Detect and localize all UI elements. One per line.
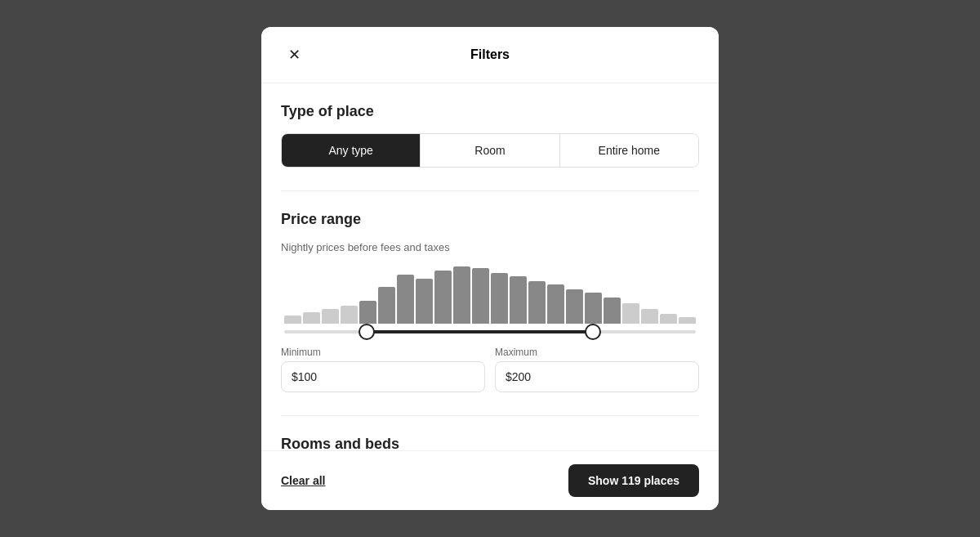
price-histogram	[281, 266, 699, 324]
close-button[interactable]: ✕	[281, 42, 307, 68]
histogram-bar	[378, 287, 395, 324]
type-of-place-title: Type of place	[281, 103, 699, 120]
histogram-bar	[528, 281, 546, 324]
modal-body: Type of place Any type Room Entire home …	[261, 83, 719, 510]
tab-entire-home[interactable]: Entire home	[560, 134, 698, 167]
histogram-bar	[660, 314, 677, 324]
divider-2	[281, 415, 699, 416]
min-price-group: Minimum	[281, 347, 485, 392]
tab-room[interactable]: Room	[421, 134, 559, 167]
histogram-bar	[472, 268, 489, 324]
histogram-bar	[397, 275, 414, 324]
price-range-title: Price range	[281, 211, 699, 228]
price-slider-fill	[367, 330, 593, 333]
histogram-bar	[284, 315, 301, 324]
price-handle-min[interactable]	[359, 324, 375, 340]
min-price-input[interactable]	[281, 361, 485, 392]
price-range-subtitle: Nightly prices before fees and taxes	[281, 241, 699, 253]
histogram-bar	[322, 309, 339, 324]
modal-overlay[interactable]: ✕ Filters Type of place Any type Room En…	[0, 0, 980, 537]
price-range-section: Price range Nightly prices before fees a…	[281, 211, 699, 392]
modal-title: Filters	[307, 47, 673, 62]
clear-all-button[interactable]: Clear all	[281, 468, 325, 494]
histogram-bar	[566, 289, 583, 324]
histogram-bar	[303, 312, 320, 324]
max-price-label: Maximum	[495, 347, 699, 358]
histogram-bar	[453, 266, 470, 324]
histogram-bar	[641, 309, 658, 324]
histogram-bar	[510, 276, 527, 324]
histogram-bar	[491, 273, 508, 324]
price-inputs: Minimum Maximum	[281, 347, 699, 392]
histogram-bar	[359, 301, 376, 324]
type-tabs: Any type Room Entire home	[281, 133, 699, 168]
histogram-bar	[547, 284, 564, 324]
histogram-bar	[434, 271, 452, 324]
price-handle-max[interactable]	[585, 324, 601, 340]
histogram-bar	[604, 298, 621, 324]
histogram-bar	[416, 279, 433, 324]
modal-header: ✕ Filters	[261, 27, 719, 83]
histogram-bar	[341, 306, 358, 324]
price-slider-track[interactable]	[284, 330, 696, 333]
divider-1	[281, 190, 699, 191]
modal-footer: Clear all Show 119 places	[261, 450, 719, 510]
filters-modal: ✕ Filters Type of place Any type Room En…	[261, 27, 719, 510]
max-price-group: Maximum	[495, 347, 699, 392]
min-price-label: Minimum	[281, 347, 485, 358]
max-price-input[interactable]	[495, 361, 699, 392]
type-of-place-section: Type of place Any type Room Entire home	[281, 103, 699, 168]
histogram-bar	[585, 293, 602, 324]
show-places-button[interactable]: Show 119 places	[568, 464, 699, 497]
histogram-bar	[679, 317, 696, 324]
histogram-bar	[622, 303, 639, 324]
tab-any-type[interactable]: Any type	[282, 134, 421, 167]
